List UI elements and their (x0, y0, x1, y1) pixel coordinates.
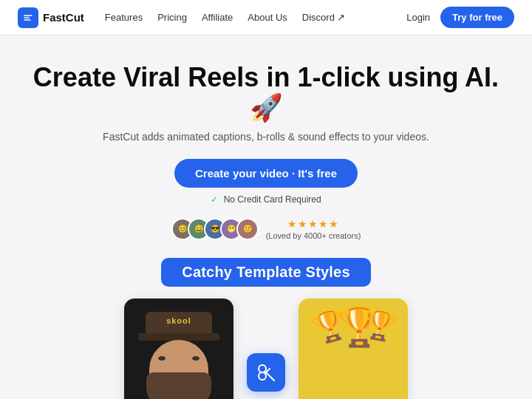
hero-subtitle: FastCut adds animated captions, b-rolls … (15, 131, 517, 143)
nav-discord[interactable]: Discord ↗ (302, 12, 346, 23)
cta-button[interactable]: Create your video · It's free (174, 159, 358, 188)
no-credit-card-label: ✓ No Credit Card Required (15, 194, 517, 205)
avatar: 🙂 (236, 218, 259, 240)
login-button[interactable]: Login (406, 12, 430, 23)
navbar: FastCut Features Pricing Affiliate About… (0, 0, 532, 35)
beard (146, 372, 211, 399)
try-free-button[interactable]: Try for free (440, 7, 514, 28)
avatar-group: 😊 😄 😎 😁 🙂 (171, 218, 259, 240)
video-cards: skool (124, 299, 408, 399)
nav-affiliate[interactable]: Affiliate (202, 12, 233, 23)
template-label: Catchy Template Styles (161, 258, 370, 287)
video-card-left: skool (124, 299, 233, 399)
trophy-area: 🏆 🏆 🏆 YOU 🤚 🤚 (299, 299, 408, 399)
check-icon: ✓ (211, 194, 218, 205)
nav-about[interactable]: About Us (248, 12, 287, 23)
loved-by-label: (Loved by 4000+ creators) (266, 231, 361, 240)
template-section: Catchy Template Styles skool (15, 258, 517, 399)
nav-pricing[interactable]: Pricing (157, 12, 187, 23)
fastcut-center-logo (247, 353, 285, 392)
nav-right: Login Try for free (406, 7, 514, 28)
stars-group: ★★★★★ (Loved by 4000+ creators) (266, 218, 361, 240)
hero-title: Create Viral Reels in 1-click using AI. … (15, 62, 517, 123)
star-rating: ★★★★★ (287, 218, 339, 230)
trophy-icon-3: 🏆 (361, 306, 400, 344)
nav-links: Features Pricing Affiliate About Us Disc… (105, 12, 406, 23)
hat-text: skool (166, 316, 191, 325)
video-card-right: 🏆 🏆 🏆 YOU 🤚 🤚 (299, 299, 408, 399)
logo[interactable]: FastCut (18, 7, 84, 28)
nav-features[interactable]: Features (105, 12, 143, 23)
social-proof: 😊 😄 😎 😁 🙂 ★★★★★ (Loved by 4000+ creators… (15, 218, 517, 240)
hero-section: Create Viral Reels in 1-click using AI. … (0, 35, 532, 399)
logo-icon (18, 7, 38, 28)
logo-label: FastCut (43, 11, 84, 24)
